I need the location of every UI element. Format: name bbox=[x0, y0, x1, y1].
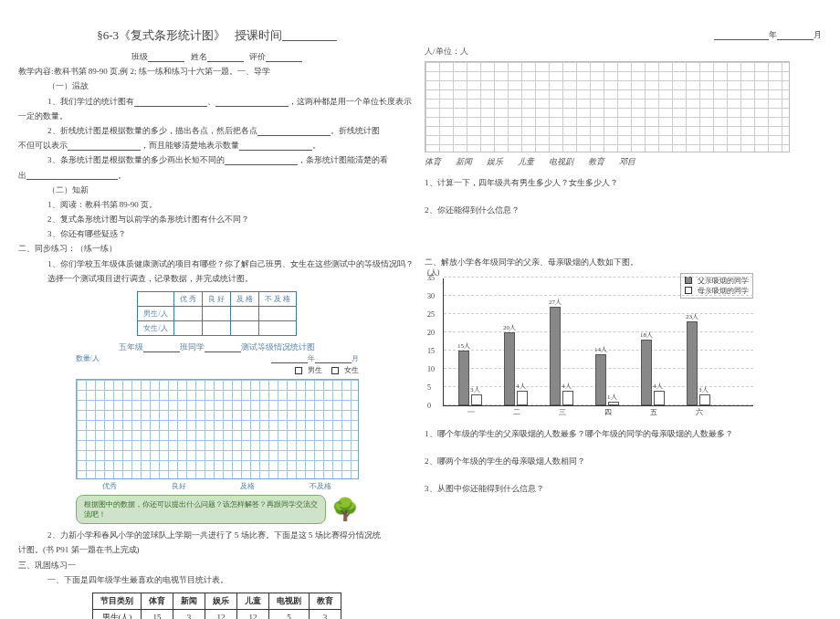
year-blank[interactable] bbox=[271, 354, 308, 363]
hc-f: 教育 bbox=[588, 156, 604, 168]
cap-blank[interactable] bbox=[143, 343, 180, 352]
p1: 1、我们学过的统计图有、，这两种都是用一个单位长度表示 bbox=[18, 94, 415, 109]
eval-label: 评价 bbox=[249, 52, 266, 61]
r1c4[interactable] bbox=[258, 307, 296, 321]
r2c2[interactable] bbox=[202, 321, 230, 336]
p1-blank2[interactable] bbox=[215, 98, 289, 107]
p1a: 1、我们学过的统计图有 bbox=[47, 97, 134, 106]
month-lbl: 月 bbox=[352, 354, 359, 362]
th-3: 及 格 bbox=[230, 292, 258, 307]
p2d: ，而且能够清楚地表示数量 bbox=[141, 141, 239, 150]
mother-bar: 4人 bbox=[517, 391, 528, 405]
blank-chart-title: 五年级班同学测试等级情况统计图 bbox=[18, 341, 415, 353]
p2-cont: 不但可以表示，而且能够清楚地表示数量。 bbox=[18, 138, 415, 152]
hc-a: 体育 bbox=[425, 156, 441, 168]
tv-h2: 新闻 bbox=[173, 593, 205, 609]
left-column: §6-3《复式条形统计图》 授课时间 班级 姓名 评价 教学内容:教科书第 89… bbox=[18, 27, 415, 619]
month-blank[interactable] bbox=[315, 354, 352, 363]
name-blank[interactable] bbox=[207, 53, 244, 62]
p2b: 。折线统计图 bbox=[331, 126, 380, 135]
chart-header-row: 数量/人 年月 bbox=[76, 353, 359, 363]
r1c1[interactable] bbox=[173, 307, 202, 321]
s2-1: 1、阅读：教科书第 89-90 页。 bbox=[18, 197, 415, 212]
r2-label: 女生/人 bbox=[138, 321, 173, 336]
girl-swatch bbox=[331, 367, 339, 374]
r1-label: 男生/人 bbox=[138, 307, 173, 321]
blank-chart-grid[interactable] bbox=[76, 379, 359, 479]
r-year-lbl: 年 bbox=[769, 30, 777, 39]
blank-grid-2[interactable] bbox=[425, 61, 790, 152]
s2-2: 2、复式条形统计图与以前学的条形统计图有什么不同？ bbox=[18, 212, 415, 226]
p1-blank1[interactable] bbox=[134, 98, 207, 107]
r2c1[interactable] bbox=[173, 321, 202, 336]
grade-table: 优 秀良 好及 格不 及 格 男生/人 女生/人 bbox=[137, 291, 296, 336]
class-label: 班级 bbox=[131, 52, 148, 61]
r-month-lbl: 月 bbox=[814, 30, 822, 39]
title-text: §6-3《复式条形统计图》 bbox=[97, 28, 226, 42]
tv-h0: 节目类别 bbox=[93, 593, 142, 609]
time-label: 授课时间 bbox=[235, 28, 282, 42]
father-bar: 15人 bbox=[458, 351, 469, 405]
year-lbl: 年 bbox=[308, 354, 315, 362]
father-bar: 14人 bbox=[595, 354, 606, 405]
father-bar: 18人 bbox=[641, 340, 652, 405]
y-label: 数量/人 bbox=[76, 353, 100, 363]
r2c4[interactable] bbox=[258, 321, 296, 336]
tv-r1-0: 15 bbox=[142, 609, 173, 619]
r2c3[interactable] bbox=[230, 321, 258, 336]
p3-blank1[interactable] bbox=[225, 156, 298, 165]
q1: 1、计算一下，四年级共有男生多少人？女生多少人？ bbox=[425, 175, 822, 190]
father-bar: 23人 bbox=[687, 321, 698, 405]
tv-r1-3: 12 bbox=[237, 609, 269, 619]
r-month-blank[interactable] bbox=[777, 31, 814, 40]
p2: 2、折线统计图是根据数量的多少，描出各点，然后把各点。折线统计图 bbox=[18, 123, 415, 138]
r-year-blank[interactable] bbox=[714, 31, 769, 40]
x-category: 六 bbox=[681, 407, 718, 417]
p3: 3、条形统计图是根据数量的多少画出长短不同的，条形统计图能清楚的看 bbox=[18, 152, 415, 167]
tv-table: 节目类别 体育 新闻 娱乐 儿童 电视剧 教育 男生(人) 15 3 12 12… bbox=[92, 593, 341, 619]
p2-blank1[interactable] bbox=[257, 127, 331, 136]
r1c2[interactable] bbox=[202, 307, 230, 321]
tv-h1: 体育 bbox=[142, 593, 173, 609]
time-blank[interactable] bbox=[282, 32, 337, 41]
ytick: 20 bbox=[427, 328, 435, 336]
father-bar: 27人 bbox=[550, 307, 561, 405]
sync-2b: 计图。(书 P91 第一题在书上完成) bbox=[18, 542, 415, 557]
student-info-row: 班级 姓名 评价 bbox=[18, 49, 415, 64]
unit-label: 人/单位：人 bbox=[425, 46, 822, 58]
sync-2a: 2、力新小学和春风小学的篮球队上学期一共进行了 5 场比赛。下面是这 5 场比赛… bbox=[18, 528, 415, 542]
cap-a: 五年级 bbox=[119, 342, 143, 351]
section-2-title: （二）知新 bbox=[18, 183, 415, 197]
class-blank[interactable] bbox=[148, 53, 184, 62]
sync-1: 1、你们学校五年级体质健康测试的项目有哪些？你了解自己班男、女生在这些测试中的等… bbox=[18, 257, 415, 286]
hand-x-labels: 体育 新闻 娱乐 儿童 电视剧 教育 邓目 bbox=[425, 156, 822, 168]
doc-title: §6-3《复式条形统计图》 授课时间 bbox=[18, 27, 415, 44]
th-4: 不 及 格 bbox=[258, 292, 296, 307]
date-row: 年月 bbox=[425, 27, 822, 42]
p3-blank2[interactable] bbox=[26, 171, 118, 180]
p2e: 。 bbox=[312, 141, 320, 150]
tv-h6: 教育 bbox=[310, 593, 341, 609]
s2-3: 3、你还有哪些疑惑？ bbox=[18, 226, 415, 241]
q4: 2、哪两个年级的学生的母亲吸烟人数相同？ bbox=[425, 454, 822, 468]
mother-bar: 3人 bbox=[699, 394, 710, 405]
speech-bubble: 根据图中的数据，你还可以提出什么问题？该怎样解答？再跟同学交流交流吧！ bbox=[76, 495, 326, 524]
p2a: 2、折线统计图是根据数量的多少，描出各点，然后把各点 bbox=[47, 126, 257, 135]
cap-blank2[interactable] bbox=[205, 343, 241, 352]
p3d: 。 bbox=[118, 171, 126, 180]
r1c3[interactable] bbox=[230, 307, 258, 321]
sync-title: 二、同步练习：（练一练） bbox=[18, 241, 415, 256]
ytick: 25 bbox=[427, 310, 435, 318]
x-c: 及格 bbox=[240, 481, 255, 491]
q3: 1、哪个年级的学生的父亲吸烟的人数最多？哪个年级的同学的母亲吸烟的人数最多？ bbox=[425, 426, 822, 441]
tv-r1l: 男生(人) bbox=[93, 609, 142, 619]
p1d: 一定的数量。 bbox=[18, 109, 415, 123]
ytick: 0 bbox=[427, 401, 431, 409]
sec2: 二、解放小学各年级同学的父亲、母亲吸烟的人数如下图。 bbox=[425, 255, 822, 269]
ytick: 35 bbox=[427, 273, 435, 281]
eval-blank[interactable] bbox=[266, 53, 302, 62]
p2-blank3[interactable] bbox=[239, 142, 312, 151]
tv-r1-4: 5 bbox=[269, 609, 310, 619]
tv-h4: 儿童 bbox=[237, 593, 269, 609]
p2-blank2[interactable] bbox=[68, 142, 141, 151]
